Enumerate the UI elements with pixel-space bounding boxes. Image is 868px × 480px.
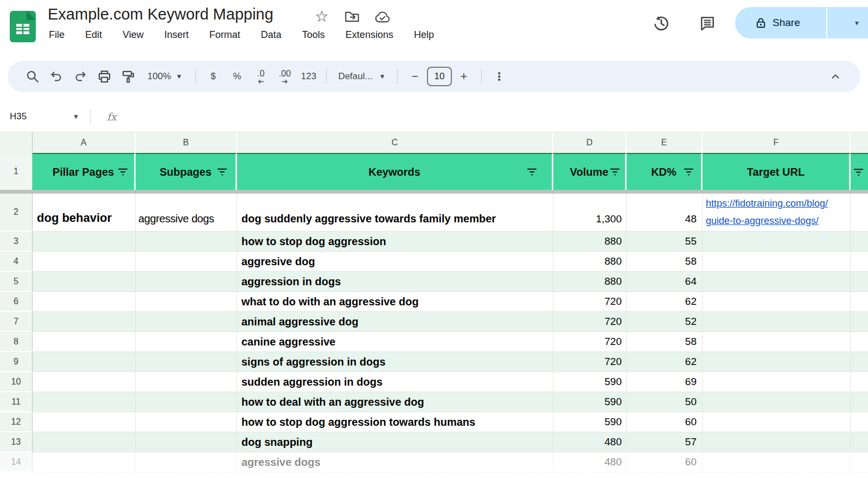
- menu-format[interactable]: Format: [209, 29, 240, 41]
- redo-icon[interactable]: [68, 66, 92, 87]
- filter-icon[interactable]: [216, 168, 228, 176]
- cell-keyword[interactable]: how to stop dog aggression: [237, 232, 553, 252]
- cell-target-url[interactable]: [703, 452, 851, 472]
- menu-help[interactable]: Help: [414, 29, 434, 41]
- column-letter-a[interactable]: A: [33, 132, 136, 153]
- filter-icon[interactable]: [683, 168, 694, 176]
- cell-subpage[interactable]: [136, 272, 237, 292]
- cell-subpage[interactable]: [136, 392, 237, 412]
- target-url-link[interactable]: https://fidotraining.com/blog/guide-to-a…: [706, 195, 828, 229]
- column-letter-f[interactable]: F: [703, 132, 851, 153]
- cell-pillar-page[interactable]: [33, 252, 136, 272]
- cell-pillar-page[interactable]: [33, 292, 136, 312]
- cell-target-url[interactable]: [703, 332, 851, 352]
- filter-icon[interactable]: [526, 168, 538, 176]
- cell-subpage[interactable]: [136, 372, 237, 392]
- row-number[interactable]: 13: [0, 432, 33, 452]
- print-icon[interactable]: [92, 66, 116, 87]
- row-number[interactable]: 7: [0, 312, 33, 332]
- column-letter-b[interactable]: B: [136, 132, 237, 153]
- paint-format-icon[interactable]: [116, 66, 140, 87]
- cell-overflow[interactable]: [851, 352, 868, 372]
- header-pillar-pages[interactable]: Pillar Pages: [33, 153, 136, 190]
- cell-overflow[interactable]: [851, 432, 868, 452]
- cell-keyword[interactable]: aggresive dog: [237, 252, 553, 272]
- cell-target-url[interactable]: [703, 412, 851, 432]
- cell-kd[interactable]: 52: [627, 312, 703, 332]
- document-title[interactable]: Example.com Keyword Mapping: [48, 5, 273, 23]
- cell-keyword[interactable]: dog snapping: [237, 432, 553, 452]
- menu-data[interactable]: Data: [261, 29, 282, 41]
- cloud-status-icon[interactable]: [374, 9, 391, 25]
- cell-volume[interactable]: 590: [553, 412, 627, 432]
- decrease-decimal-button[interactable]: .0: [249, 66, 273, 87]
- cell-pillar-page[interactable]: [33, 352, 136, 372]
- cell-kd[interactable]: 60: [627, 452, 703, 472]
- cell-target-url[interactable]: [703, 312, 851, 332]
- cell-target-url[interactable]: [703, 232, 851, 252]
- cell-keyword[interactable]: agressive dogs: [237, 452, 553, 472]
- cell-target-url[interactable]: [703, 432, 851, 452]
- cell-volume[interactable]: 590: [553, 372, 627, 392]
- cell-target-url[interactable]: [703, 252, 851, 272]
- cell-subpage[interactable]: [136, 412, 237, 432]
- cell-subpage[interactable]: [136, 312, 237, 332]
- cell-keyword[interactable]: how to deal with an aggressive dog: [237, 392, 553, 412]
- cell-target-url[interactable]: [703, 352, 851, 372]
- header-target-url[interactable]: Target URL: [703, 153, 851, 190]
- cell-keyword[interactable]: animal aggressive dog: [237, 312, 553, 332]
- cell-keyword[interactable]: dog suddenly aggressive towards family m…: [237, 194, 553, 232]
- filter-icon[interactable]: [117, 168, 129, 176]
- column-letter-c[interactable]: C: [237, 132, 553, 153]
- column-letter-e[interactable]: E: [627, 132, 703, 153]
- star-icon[interactable]: ☆: [314, 9, 330, 25]
- row-number[interactable]: 6: [0, 292, 33, 312]
- cell-overflow[interactable]: [851, 272, 868, 292]
- cell-target-url[interactable]: [703, 292, 851, 312]
- cell-overflow[interactable]: [851, 452, 868, 472]
- cell-volume[interactable]: 720: [553, 292, 627, 312]
- cell-overflow[interactable]: [851, 292, 868, 312]
- more-toolbar-button[interactable]: ⋮: [487, 66, 511, 87]
- frozen-row-divider[interactable]: [0, 190, 868, 194]
- cell-volume[interactable]: 590: [553, 392, 627, 412]
- cell-overflow[interactable]: [851, 194, 868, 232]
- cell-target-url[interactable]: [703, 272, 851, 292]
- row-number[interactable]: 2: [0, 194, 33, 232]
- column-letter-g-partial[interactable]: [851, 132, 868, 153]
- cell-subpage[interactable]: [136, 252, 237, 272]
- cell-kd[interactable]: 55: [627, 232, 703, 252]
- cell-volume[interactable]: 480: [553, 432, 627, 452]
- cell-volume[interactable]: 1,300: [553, 194, 627, 232]
- share-button[interactable]: Share ▾: [735, 7, 868, 39]
- cell-pillar-page[interactable]: [33, 432, 136, 452]
- cell-keyword[interactable]: how to stop dog aggression towards human…: [237, 412, 553, 432]
- share-dropdown-caret-icon[interactable]: ▾: [846, 7, 868, 39]
- increase-font-size-button[interactable]: +: [452, 66, 476, 87]
- cell-subpage[interactable]: aggressive dogs: [136, 194, 237, 232]
- cell-kd[interactable]: 57: [627, 432, 703, 452]
- cell-pillar-page[interactable]: [33, 312, 136, 332]
- cell-keyword[interactable]: sudden aggression in dogs: [237, 372, 553, 392]
- cell-pillar-page[interactable]: [33, 232, 136, 252]
- cell-volume[interactable]: 480: [553, 452, 627, 472]
- cell-kd[interactable]: 48: [627, 194, 703, 232]
- row-number[interactable]: 12: [0, 412, 33, 432]
- cell-kd[interactable]: 64: [627, 272, 703, 292]
- font-size-input[interactable]: 10: [427, 67, 452, 86]
- cell-kd[interactable]: 50: [627, 392, 703, 412]
- cell-overflow[interactable]: [851, 232, 868, 252]
- collapse-toolbar-icon[interactable]: [824, 66, 847, 87]
- row-number-1[interactable]: 1: [0, 153, 33, 190]
- header-keywords[interactable]: Keywords: [237, 153, 553, 190]
- cell-keyword[interactable]: what to do with an aggressive dog: [237, 292, 553, 312]
- cell-overflow[interactable]: [851, 332, 868, 352]
- cell-subpage[interactable]: [136, 432, 237, 452]
- cell-target-url[interactable]: https://fidotraining.com/blog/guide-to-a…: [703, 194, 851, 232]
- comments-icon[interactable]: [699, 15, 716, 32]
- filter-icon[interactable]: [609, 168, 621, 176]
- row-number[interactable]: 4: [0, 252, 33, 272]
- menu-extensions[interactable]: Extensions: [346, 29, 393, 41]
- row-number[interactable]: 14: [0, 452, 33, 472]
- cell-kd[interactable]: 69: [627, 372, 703, 392]
